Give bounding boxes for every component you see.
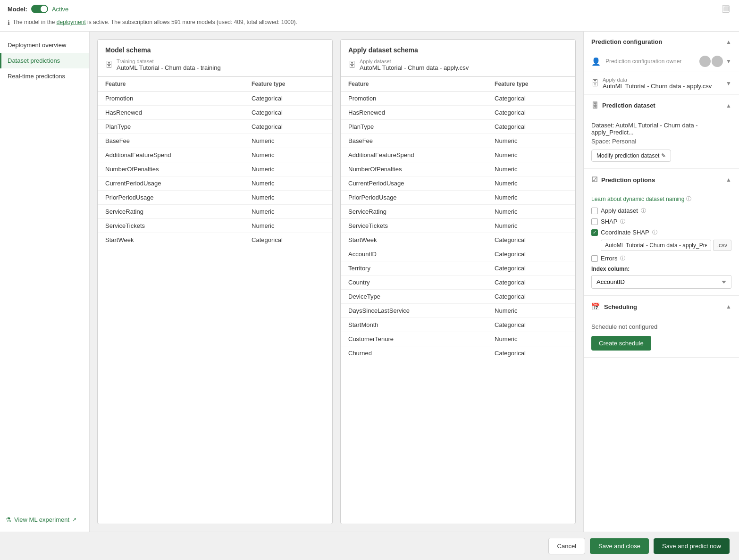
- table-row: ChurnedCategorical: [341, 346, 575, 360]
- table-row: AdditionalFeatureSpendNumeric: [341, 148, 575, 162]
- toggle-knob: [41, 6, 47, 12]
- shap-checkbox[interactable]: [591, 218, 598, 225]
- scheduling-collapse-icon: ▲: [726, 303, 731, 310]
- table-row: DeviceTypeCategorical: [341, 290, 575, 304]
- table-row: AdditionalFeatureSpendNumeric: [98, 148, 332, 162]
- prediction-dataset-content: Dataset: AutoML Tutorial - Churn data - …: [584, 116, 739, 168]
- schedule-status-text: Schedule not configured: [591, 323, 731, 330]
- info-icon: ℹ: [8, 19, 10, 26]
- apply-schema-table: Feature Feature type PromotionCategorica…: [341, 76, 575, 360]
- prediction-config-title: Prediction configuration: [591, 38, 662, 45]
- prediction-dataset-name: Dataset: AutoML Tutorial - Churn data - …: [591, 122, 731, 136]
- table-row: PlanTypeCategorical: [341, 120, 575, 134]
- apply-dataset-info-icon: ⓘ: [641, 207, 646, 214]
- table-row: PriorPeriodUsageNumeric: [341, 191, 575, 205]
- apply-dataset-checkbox[interactable]: [591, 208, 598, 214]
- coordinate-shap-label: Coordinate SHAP: [601, 229, 649, 236]
- create-schedule-button[interactable]: Create schedule: [591, 336, 651, 351]
- apply-dataset-label: Apply dataset: [360, 59, 469, 64]
- model-schema-table: Feature Feature type PromotionCategorica…: [98, 76, 332, 247]
- scheduling-section: 📅 Scheduling ▲ Schedule not configured C…: [584, 296, 739, 358]
- deployment-link[interactable]: deployment: [57, 19, 86, 25]
- table-row: BaseFeeNumeric: [341, 134, 575, 148]
- table-row: HasRenewedCategorical: [98, 106, 332, 120]
- content-area: Model schema 🗄 Training dataset AutoML T…: [90, 32, 583, 532]
- owner-avatar-1: [699, 56, 711, 67]
- table-row: CustomerTenureNumeric: [341, 332, 575, 346]
- prediction-options-collapse-icon: ▲: [726, 176, 731, 183]
- apply-data-label: Apply data: [603, 77, 712, 83]
- coordinate-shap-checkbox[interactable]: [591, 229, 598, 236]
- errors-info-icon: ⓘ: [620, 255, 625, 262]
- apply-data-expand-icon: ▼: [726, 80, 731, 87]
- index-column-label: Index column:: [591, 266, 731, 272]
- errors-option-label: Errors: [601, 255, 617, 262]
- prediction-options-section: ☑ Prediction options ▲ Learn about dynam…: [584, 169, 739, 296]
- apply-schema-title: Apply dataset schema: [348, 46, 568, 54]
- table-row: CountryCategorical: [341, 276, 575, 290]
- apply-dataset-name: AutoML Tutorial - Churn data - apply.csv: [360, 64, 469, 71]
- apply-schema-card: Apply dataset schema 🗄 Apply dataset Aut…: [340, 39, 576, 524]
- sidebar-item-realtime-predictions[interactable]: Real-time predictions: [0, 68, 89, 84]
- table-row: CurrentPeriodUsageNumeric: [98, 176, 332, 191]
- model-schema-card: Model schema 🗄 Training dataset AutoML T…: [97, 39, 333, 524]
- shap-info-icon: ⓘ: [620, 218, 625, 225]
- model-label: Model:: [8, 6, 27, 13]
- table-row: StartMonthCategorical: [341, 318, 575, 332]
- view-experiment-button[interactable]: ⚗ View ML experiment ↗: [0, 512, 90, 527]
- training-dataset-label: Training dataset: [117, 59, 221, 64]
- table-row: HasRenewedCategorical: [341, 106, 575, 120]
- apply-feature-col-header: Feature: [341, 77, 487, 92]
- table-row: DaysSinceLastServiceNumeric: [341, 304, 575, 318]
- right-panel: Prediction configuration ▲ 👤 Prediction …: [583, 32, 739, 532]
- prediction-dataset-header[interactable]: 🗄 Prediction dataset ▲: [584, 95, 739, 116]
- owner-label: Prediction configuration owner: [605, 58, 681, 65]
- scheduling-content: Schedule not configured Create schedule: [584, 318, 739, 357]
- apply-featuretype-col-header: Feature type: [487, 77, 575, 92]
- learn-info-icon: ⓘ: [686, 195, 691, 202]
- index-column-select[interactable]: AccountID: [591, 275, 731, 289]
- table-row: ServiceRatingNumeric: [98, 205, 332, 219]
- learn-link[interactable]: Learn about dynamic dataset naming ⓘ: [591, 195, 731, 202]
- model-feature-col-header: Feature: [98, 77, 244, 92]
- experiment-icon: ⚗: [6, 516, 11, 523]
- csv-extension-badge: .csv: [713, 240, 731, 251]
- apply-dataset-option-label: Apply dataset: [601, 207, 638, 214]
- prediction-options-header[interactable]: ☑ Prediction options ▲: [584, 169, 739, 191]
- footer-bar: Cancel Save and close Save and predict n…: [0, 532, 739, 560]
- table-row: PromotionCategorical: [98, 92, 332, 106]
- save-predict-button[interactable]: Save and predict now: [654, 538, 730, 554]
- prediction-options-content: Learn about dynamic dataset naming ⓘ App…: [584, 191, 739, 295]
- prediction-dataset-collapse-icon: ▲: [726, 102, 731, 109]
- sidebar-item-dataset-predictions[interactable]: Dataset predictions: [0, 53, 89, 68]
- table-row: PlanTypeCategorical: [98, 120, 332, 134]
- apply-data-icon: 🗄: [591, 79, 599, 88]
- save-close-button[interactable]: Save and close: [590, 538, 649, 554]
- prediction-config-header[interactable]: Prediction configuration ▲: [584, 32, 739, 52]
- model-schema-title: Model schema: [105, 46, 325, 54]
- prediction-dataset-icon: 🗄: [591, 101, 598, 109]
- table-row: StartWeekCategorical: [98, 233, 332, 247]
- cancel-button[interactable]: Cancel: [548, 538, 585, 554]
- table-row: ServiceTicketsNumeric: [98, 219, 332, 233]
- table-row: PromotionCategorical: [341, 92, 575, 106]
- owner-expand-icon: ▼: [726, 58, 731, 65]
- model-toggle[interactable]: [31, 5, 48, 13]
- modify-prediction-dataset-button[interactable]: Modify prediction dataset ✎: [591, 150, 671, 162]
- table-row: NumberOfPenaltiesNumeric: [98, 162, 332, 176]
- prediction-dataset-space: Space: Personal: [591, 138, 731, 145]
- sidebar: Deployment overview Dataset predictions …: [0, 32, 90, 532]
- owner-icon: 👤: [591, 57, 601, 66]
- prediction-config-collapse-icon: ▲: [726, 39, 731, 45]
- errors-checkbox[interactable]: [591, 255, 598, 262]
- coordinate-shap-input[interactable]: [601, 240, 711, 251]
- table-row: NumberOfPenaltiesNumeric: [341, 162, 575, 176]
- info-text: The model in the deployment is active. T…: [13, 19, 297, 25]
- sidebar-item-deployment-overview[interactable]: Deployment overview: [0, 37, 89, 53]
- model-featuretype-col-header: Feature type: [244, 77, 332, 92]
- coordinate-shap-info-icon: ⓘ: [652, 229, 657, 236]
- external-link-icon: ↗: [72, 517, 76, 523]
- owner-avatar-2: [712, 56, 723, 67]
- window-maximize-button[interactable]: ⬜: [722, 5, 730, 13]
- scheduling-header[interactable]: 📅 Scheduling ▲: [584, 296, 739, 318]
